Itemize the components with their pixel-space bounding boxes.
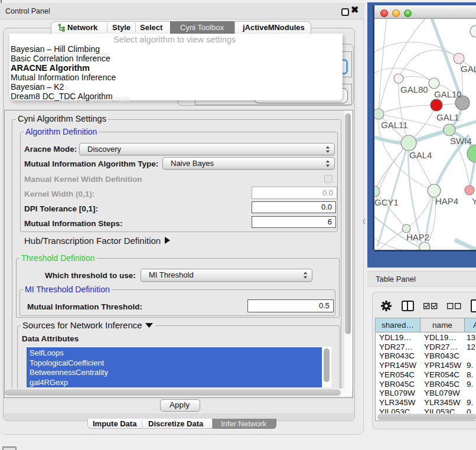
svg-text:Y: Y [472, 196, 476, 206]
svg-text:GCY1: GCY1 [374, 197, 399, 207]
svg-text:HAP2: HAP2 [406, 232, 429, 242]
svg-text:GAL80: GAL80 [400, 84, 428, 94]
svg-text:GAL11: GAL11 [381, 120, 408, 130]
svg-text:GAL10: GAL10 [434, 89, 462, 99]
svg-text:GAL: GAL [461, 64, 476, 74]
svg-text:HAP4: HAP4 [435, 196, 458, 206]
svg-text:GAL4: GAL4 [409, 150, 432, 160]
svg-text:SWI4: SWI4 [450, 136, 472, 146]
svg-text:GAL1: GAL1 [436, 112, 459, 122]
